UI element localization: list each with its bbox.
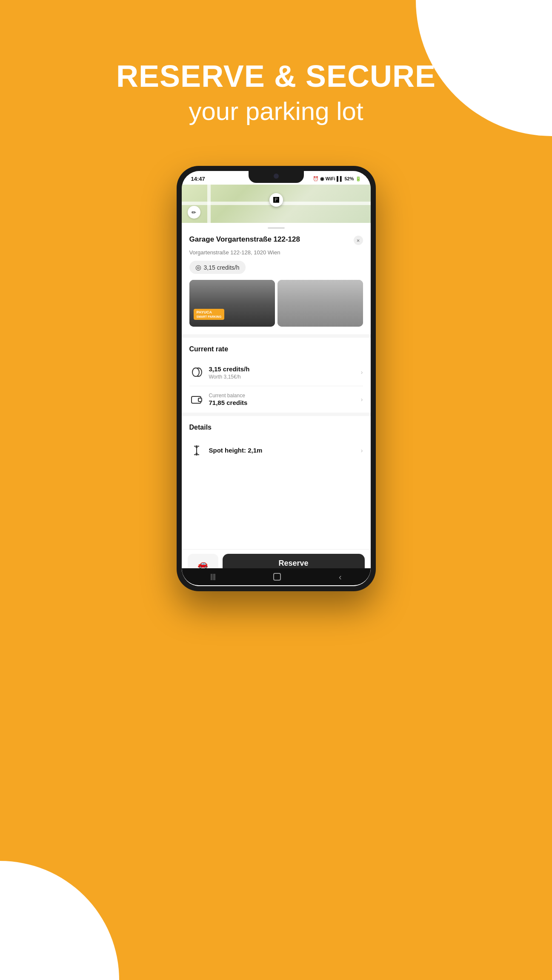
rate-text-1: 3,15 credits/h Worth 3,15€/h: [209, 365, 361, 380]
nav-bar: ||| ‹: [182, 568, 371, 585]
rate-text-2: Current balance 71,85 credits: [209, 392, 361, 407]
header-section: RESERVE & SECURE your parking lot: [0, 60, 552, 126]
rate-sub-2: Current balance: [209, 393, 361, 399]
bottom-spacer: [182, 464, 371, 502]
coin-icon: [189, 365, 204, 379]
garage-photo-2[interactable]: [277, 280, 363, 327]
detail-main-height: Spot height: 2,1m: [209, 446, 361, 455]
map-road-vertical: [207, 185, 211, 223]
detail-text-height: Spot height: 2,1m: [209, 446, 361, 455]
header-title: RESERVE & SECURE: [0, 60, 552, 93]
payuca-logo: PAYUCASMART PARKING: [194, 309, 225, 320]
section-divider-1: [182, 334, 371, 338]
rate-row-credits[interactable]: 3,15 credits/h Worth 3,15€/h ›: [189, 359, 363, 386]
chevron-icon-1: ›: [361, 369, 363, 376]
screen-inner: 14:47 ⏰ ◉ WiFi ▌▌ 52% 🔋: [182, 171, 371, 586]
battery-icon: 52%: [344, 176, 354, 181]
phone-camera: [274, 174, 279, 179]
garage-address: Vorgartenstraße 122-128, 1020 Wien: [182, 249, 371, 261]
garage-name: Garage Vorgartenstraße 122-128: [189, 235, 354, 244]
svg-point-1: [192, 368, 199, 376]
nav-recent-apps[interactable]: |||: [210, 573, 215, 581]
scrollable-content: Garage Vorgartenstraße 122-128 × Vorgart…: [182, 223, 371, 586]
wifi-icon: WiFi: [326, 176, 335, 181]
phone-frame: 14:47 ⏰ ◉ WiFi ▌▌ 52% 🔋: [177, 166, 376, 591]
header-subtitle: your parking lot: [0, 97, 552, 126]
rate-badge: ◎ 3,15 credits/h: [189, 261, 246, 274]
signal-icon: ▌▌: [337, 176, 343, 181]
height-icon: [189, 443, 204, 458]
section-divider-2: [182, 413, 371, 416]
garage-photo-1[interactable]: PAYUCASMART PARKING: [189, 280, 275, 327]
back-arrow-icon: ✏: [192, 209, 196, 216]
rate-badge-text: 3,15 credits/h: [204, 264, 240, 271]
rate-sub-1: Worth 3,15€/h: [209, 374, 361, 380]
phone-screen: 14:47 ⏰ ◉ WiFi ▌▌ 52% 🔋: [182, 171, 371, 586]
details-section: Details: [182, 416, 371, 464]
car-icon: 🚗: [197, 558, 208, 569]
nav-back[interactable]: ‹: [339, 572, 342, 582]
chevron-icon-3: ›: [361, 447, 363, 454]
parking-icon: 🅿: [273, 197, 279, 203]
wallet-icon: [189, 392, 204, 407]
map-back-button[interactable]: ✏: [188, 206, 200, 219]
details-title: Details: [189, 424, 363, 431]
reserve-main-label: Reserve: [278, 559, 308, 568]
status-time: 14:47: [191, 176, 205, 182]
rate-row-balance[interactable]: Current balance 71,85 credits ›: [189, 386, 363, 413]
map-parking-marker[interactable]: 🅿: [269, 193, 283, 207]
garage-header: Garage Vorgartenstraße 122-128 ×: [182, 235, 371, 249]
alarm-icon: ⏰: [313, 176, 319, 182]
coin-badge-icon: ◎: [195, 263, 201, 271]
location-icon: ◉: [320, 176, 324, 182]
phone-wrapper: 14:47 ⏰ ◉ WiFi ▌▌ 52% 🔋: [177, 166, 376, 914]
drag-handle: [268, 227, 285, 229]
svg-rect-3: [198, 398, 202, 402]
nav-home[interactable]: [273, 573, 281, 581]
rate-main-2: 71,85 credits: [209, 399, 361, 407]
rate-main-1: 3,15 credits/h: [209, 365, 361, 373]
photos-row: PAYUCASMART PARKING: [182, 280, 371, 334]
status-icons: ⏰ ◉ WiFi ▌▌ 52% 🔋: [313, 176, 361, 182]
battery-graphic: 🔋: [355, 176, 361, 182]
current-rate-section: Current rate 3,15 credits/h: [182, 338, 371, 413]
chevron-icon-2: ›: [361, 396, 363, 403]
map-area[interactable]: 🅿 ✏: [182, 185, 371, 223]
current-rate-title: Current rate: [189, 345, 363, 353]
bg-blob-bottom-left: [0, 861, 119, 980]
detail-row-height[interactable]: Spot height: 2,1m ›: [189, 437, 363, 464]
garage-close-button[interactable]: ×: [354, 236, 363, 245]
